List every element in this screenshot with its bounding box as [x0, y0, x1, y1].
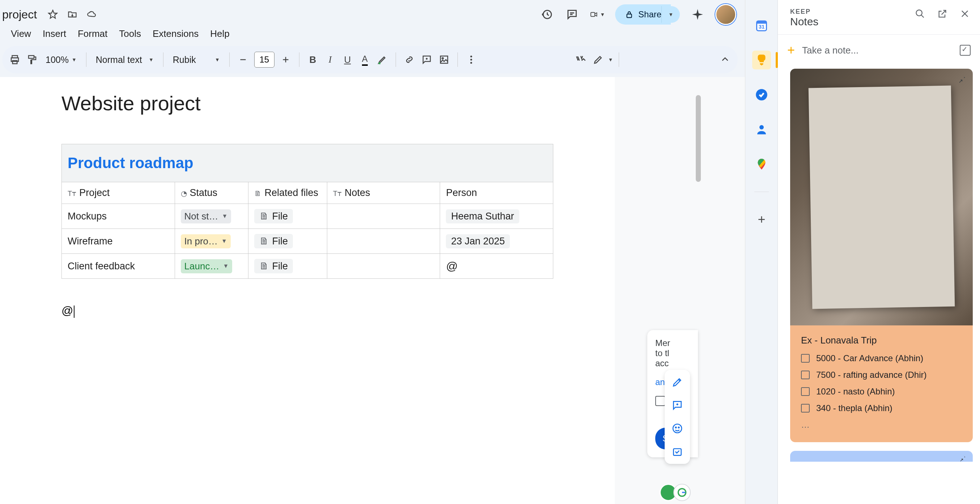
text-color-icon[interactable]: A — [357, 52, 372, 67]
checkbox[interactable] — [801, 387, 810, 396]
rail-calendar[interactable]: 31 — [752, 16, 771, 35]
cell-file[interactable]: 🗎File — [248, 229, 327, 254]
cell-project[interactable]: Wireframe — [62, 229, 175, 254]
table-title[interactable]: Product roadmap — [68, 154, 547, 172]
cloud-status-icon[interactable] — [86, 9, 98, 20]
menu-help[interactable]: Help — [207, 27, 232, 41]
search-icon[interactable] — [914, 8, 926, 19]
col-project[interactable]: TᴛProject — [62, 182, 175, 204]
take-note-input[interactable]: Take a note... — [802, 45, 953, 56]
new-list-icon[interactable] — [960, 45, 970, 56]
mention-trigger[interactable]: @ — [446, 259, 457, 273]
file-chip[interactable]: 🗎File — [254, 259, 293, 273]
pin-icon[interactable] — [958, 454, 966, 462]
checkbox[interactable] — [801, 404, 810, 413]
note-body[interactable]: Ex - Lonavala Trip 5000 - Car Advance (A… — [790, 325, 973, 442]
comments-icon[interactable] — [565, 7, 580, 22]
note-item[interactable]: 340 - thepla (Abhin) — [801, 403, 962, 413]
table-row[interactable]: Mockups Not st…▼ 🗎File Heema Suthar — [62, 204, 553, 229]
italic-icon[interactable]: I — [323, 52, 338, 67]
checkbox[interactable] — [801, 354, 810, 362]
editing-mode-icon[interactable] — [590, 52, 606, 67]
col-person[interactable]: Person — [440, 182, 553, 204]
note-card-partial[interactable] — [790, 451, 973, 462]
note-item[interactable]: 7500 - rafting advance (Dhir) — [801, 370, 962, 380]
link-icon[interactable] — [402, 52, 417, 67]
note-item[interactable]: 1020 - nasto (Abhin) — [801, 386, 962, 397]
open-in-new-icon[interactable] — [937, 8, 948, 19]
scrollbar[interactable] — [696, 95, 701, 182]
person-chip[interactable]: Heema Suthar — [446, 209, 519, 223]
font-size-input[interactable] — [254, 52, 274, 68]
spellcheck-icon[interactable] — [573, 52, 589, 67]
note-item[interactable]: 5000 - Car Advance (Abhin) — [801, 353, 962, 363]
file-chip[interactable]: 🗎File — [254, 234, 293, 248]
rail-add[interactable] — [752, 210, 771, 229]
edit-pen-icon[interactable] — [670, 375, 684, 390]
history-icon[interactable] — [539, 7, 554, 22]
cell-person[interactable]: Heema Suthar — [440, 204, 553, 229]
cell-status[interactable]: In pro…▼ — [175, 229, 248, 254]
pin-icon[interactable] — [957, 74, 966, 83]
star-icon[interactable] — [47, 9, 59, 20]
cell-person[interactable]: 23 Jan 2025 — [440, 229, 553, 254]
add-comment-icon[interactable] — [419, 52, 434, 67]
comment-checkbox[interactable] — [655, 396, 665, 406]
paragraph-style-select[interactable]: Normal text▼ — [92, 55, 157, 65]
rail-keep[interactable] — [752, 51, 771, 69]
g-badge-icon[interactable] — [673, 484, 691, 501]
table-row[interactable]: Wireframe In pro…▼ 🗎File 23 Jan 2025 — [62, 229, 553, 254]
date-chip[interactable]: 23 Jan 2025 — [446, 234, 510, 248]
menu-extensions[interactable]: Extensions — [150, 27, 201, 41]
cell-status[interactable]: Not st…▼ — [175, 204, 248, 229]
document-canvas[interactable]: Website project Product roadmap TᴛProjec… — [0, 77, 745, 504]
rail-contacts[interactable] — [752, 120, 771, 139]
status-chip-launched[interactable]: Launc…▼ — [181, 259, 232, 273]
cell-file[interactable]: 🗎File — [248, 204, 327, 229]
doc-heading[interactable]: Website project — [62, 91, 553, 115]
menu-insert[interactable]: Insert — [40, 27, 69, 41]
status-chip-inprogress[interactable]: In pro…▼ — [181, 234, 231, 248]
col-related-files[interactable]: 🗎Related files — [248, 182, 327, 204]
note-title[interactable]: Ex - Lonavala Trip — [801, 335, 962, 346]
menu-format[interactable]: Format — [75, 27, 110, 41]
collapse-toolbar-icon[interactable] — [718, 52, 733, 67]
cell-notes[interactable] — [327, 254, 440, 279]
keep-notes-list[interactable]: Ex - Lonavala Trip 5000 - Car Advance (A… — [778, 66, 980, 504]
font-select[interactable]: Rubik▼ — [169, 55, 223, 65]
insert-image-icon[interactable] — [436, 52, 452, 67]
note-image[interactable] — [790, 69, 973, 325]
cell-notes[interactable] — [327, 229, 440, 254]
bold-icon[interactable]: B — [305, 52, 320, 67]
close-icon[interactable] — [959, 8, 970, 19]
menu-view[interactable]: View — [8, 27, 34, 41]
emoji-icon[interactable] — [670, 421, 684, 436]
rail-tasks[interactable] — [752, 85, 771, 104]
col-notes[interactable]: TᴛNotes — [327, 182, 440, 204]
account-avatar[interactable] — [715, 4, 736, 25]
cell-notes[interactable] — [327, 204, 440, 229]
paint-format-icon[interactable] — [25, 52, 40, 67]
gemini-icon[interactable] — [690, 7, 705, 22]
cell-person[interactable]: @ — [440, 254, 553, 279]
move-icon[interactable] — [67, 9, 78, 20]
cell-file[interactable]: 🗎File — [248, 254, 327, 279]
menu-tools[interactable]: Tools — [116, 27, 144, 41]
underline-icon[interactable]: U — [340, 52, 355, 67]
meet-button[interactable]: ▼ — [590, 7, 605, 22]
rail-maps[interactable] — [752, 155, 771, 173]
cell-status[interactable]: Launc…▼ — [175, 254, 248, 279]
roadmap-table[interactable]: Product roadmap TᴛProject ◔Status 🗎Relat… — [62, 144, 553, 279]
table-row[interactable]: Client feedback Launc…▼ 🗎File @ — [62, 254, 553, 279]
increase-font-icon[interactable] — [278, 52, 293, 67]
checkbox[interactable] — [801, 370, 810, 379]
more-icon[interactable] — [464, 52, 479, 67]
cell-project[interactable]: Client feedback — [62, 254, 175, 279]
cell-project[interactable]: Mockups — [62, 204, 175, 229]
highlight-icon[interactable] — [375, 52, 390, 67]
document-title[interactable]: project — [2, 8, 40, 21]
zoom-select[interactable]: 100%▼ — [42, 55, 80, 65]
print-icon[interactable] — [7, 52, 22, 67]
take-note-row[interactable]: + Take a note... — [778, 35, 980, 66]
file-chip[interactable]: 🗎File — [254, 209, 293, 223]
